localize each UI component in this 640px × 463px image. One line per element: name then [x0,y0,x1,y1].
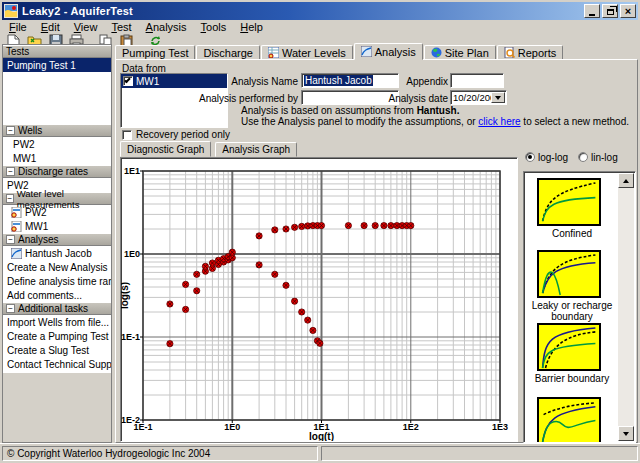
analysis-item-hantush-jacob[interactable]: Hantush Jacob [3,246,111,260]
minimize-button[interactable] [584,4,600,18]
curve-thumb-confined[interactable] [537,178,601,226]
tab-site-plan[interactable]: Site Plan [424,45,496,60]
tab-water-levels[interactable]: Water Levels [261,45,353,60]
task-label: Create a New Analysis [7,262,108,273]
svg-text:1E2: 1E2 [403,422,419,432]
additional-tasks-list: Import Wells from file... Create a Pumpi… [3,315,111,373]
curve-thumb-leaky[interactable] [537,250,601,298]
tab-analysis-graph[interactable]: Analysis Graph [215,142,297,157]
recovery-period-checkbox-row[interactable]: Recovery period only [122,129,230,140]
task-label: Define analysis time range... [7,276,111,287]
scroll-up-button[interactable] [618,173,634,188]
tab-label: Reports [518,47,557,59]
water-level-item-mw1[interactable]: MW1 [3,219,111,233]
create-slug-test-link[interactable]: Create a Slug Test [3,343,111,357]
tests-header-label: Tests [6,46,29,57]
well-item-pw2[interactable]: PW2 [3,137,111,151]
check-icon [124,77,130,83]
tests-header: Tests [3,45,111,58]
app-icon [4,4,18,18]
svg-text:log(t): log(t) [309,431,334,441]
note-text: Analysis is based on assumptions from [241,105,417,116]
collapse-icon[interactable]: − [6,126,15,135]
date-dropdown-button[interactable] [491,92,505,103]
menu-file[interactable]: File [2,21,34,33]
create-pumping-test-link[interactable]: Create a Pumping Test [3,329,111,343]
menu-tools[interactable]: Tools [194,21,234,33]
collapse-icon[interactable]: − [6,304,15,313]
menu-test[interactable]: Test [104,21,138,33]
create-new-analysis-link[interactable]: Create a New Analysis [3,260,111,274]
tab-discharge[interactable]: Discharge [196,45,260,60]
measurement-icon [11,207,22,218]
svg-text:1E3: 1E3 [492,422,508,432]
tab-label: Analysis [375,46,416,58]
menu-edit[interactable]: Edit [34,21,67,33]
radio-log-log[interactable]: log-log [525,152,568,163]
tab-diagnostic-graph[interactable]: Diagnostic Graph [120,141,211,157]
wells-list: PW2 MW1 [3,137,111,165]
close-icon: × [625,7,631,16]
title-bar[interactable]: Leaky2 - AquiferTest × [2,2,638,20]
scale-toggle: log-log lin-log [525,148,635,166]
add-comments-link[interactable]: Add comments... [3,288,111,302]
arrow-up-icon [623,179,629,183]
menu-help[interactable]: Help [233,21,270,33]
task-label: Create a Slug Test [7,345,89,356]
window-title: Leaky2 - AquiferTest [22,5,582,17]
analysis-date-combo[interactable]: 10/20/2004 [450,90,507,105]
graph-tab-label: Diagnostic Graph [127,144,204,155]
menu-bar: File Edit View Test Analysis Tools Help [2,20,638,33]
svg-text:1E0: 1E0 [124,249,140,259]
status-bar: © Copyright Waterloo Hydrogeologic Inc 2… [0,443,640,463]
analysis-panel: Data from MW1 Analysis Name Hantush Jaco… [115,59,638,443]
svg-text:log(s): log(s) [121,282,130,309]
well-label: MW1 [13,153,36,164]
tab-reports[interactable]: Reports [497,45,564,60]
measurement-label: MW1 [25,221,48,232]
curve-list-scrollbar[interactable] [618,173,634,441]
click-here-link[interactable]: click here [478,116,520,127]
main-tab-row: Pumping Test Discharge Water Levels Anal… [115,44,638,60]
curve-thumb-partial[interactable] [537,397,601,443]
collapse-icon[interactable]: − [6,167,15,176]
status-right-cell [321,446,638,461]
define-time-range-link[interactable]: Define analysis time range... [3,274,111,288]
curve-thumb-barrier[interactable] [537,323,601,371]
radio-lin-log[interactable]: lin-log [578,152,618,163]
restore-icon [607,9,614,15]
restore-button[interactable] [602,4,618,18]
graph-tab-row: Diagnostic Graph Analysis Graph [120,141,298,157]
appendix-input[interactable] [450,73,504,88]
menu-view[interactable]: View [67,21,105,33]
tab-analysis[interactable]: Analysis [354,43,423,60]
globe-icon [431,47,442,58]
water-level-header: −Water level measurements [3,192,111,205]
import-wells-link[interactable]: Import Wells from file... [3,315,111,329]
collapse-icon[interactable]: − [6,235,15,244]
menu-analysis[interactable]: Analysis [139,21,194,33]
arrow-down-icon [623,432,629,436]
analysis-chart-icon [11,248,22,259]
close-button[interactable]: × [620,4,636,18]
radio-icon [525,152,535,162]
tab-pumping-test[interactable]: Pumping Test [115,45,195,60]
scroll-down-button[interactable] [618,426,634,441]
method-name: Hantush. [417,105,460,116]
test-item-pumping-test-1[interactable]: Pumping Test 1 [3,58,111,72]
analysis-name-value: Hantush Jacob [304,75,373,86]
sidebar: Tests Pumping Test 1 −Wells PW2 MW1 −Dis… [2,44,112,443]
analysis-icon [361,46,372,57]
collapse-icon[interactable]: − [6,194,14,203]
contact-support-link[interactable]: Contact Technical Support... [3,357,111,371]
mw1-checkbox[interactable] [123,76,133,86]
additional-tasks-header-label: Additional tasks [18,303,88,314]
sidebar-filler [3,373,111,441]
note-text: Use the Analysis panel to modify the ass… [241,116,478,127]
tab-label: Discharge [203,47,253,59]
svg-text:1E-1: 1E-1 [121,332,140,342]
well-item-mw1[interactable]: MW1 [3,151,111,165]
measurement-label: PW2 [25,207,47,218]
recovery-checkbox[interactable] [122,130,132,140]
graph-tab-label: Analysis Graph [222,144,290,155]
